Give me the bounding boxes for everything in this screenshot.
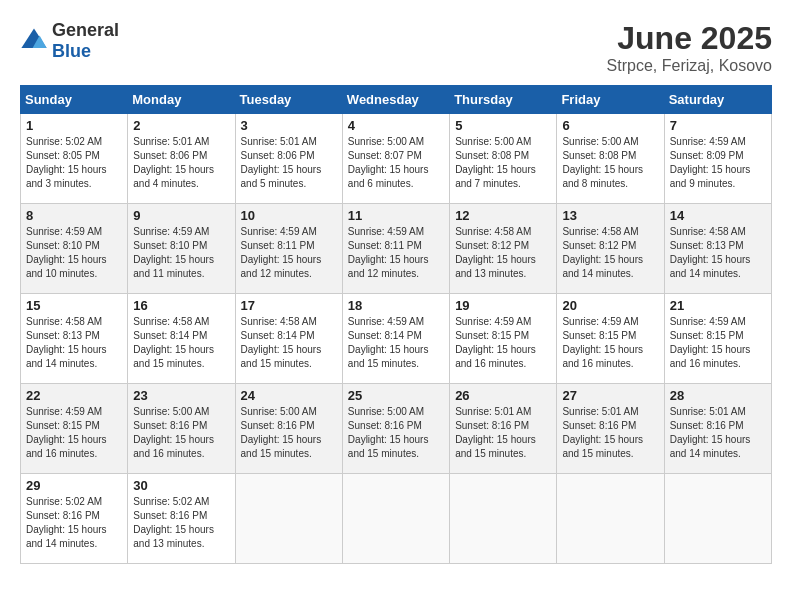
logo-icon [20,27,48,55]
day-info: Sunrise: 4:58 AM Sunset: 8:12 PM Dayligh… [562,226,643,279]
calendar-cell: 27 Sunrise: 5:01 AM Sunset: 8:16 PM Dayl… [557,384,664,474]
page-container: General Blue June 2025 Strpce, Ferizaj, … [20,20,772,564]
calendar-week-row: 22 Sunrise: 4:59 AM Sunset: 8:15 PM Dayl… [21,384,772,474]
calendar-week-row: 1 Sunrise: 5:02 AM Sunset: 8:05 PM Dayli… [21,114,772,204]
calendar-cell: 22 Sunrise: 4:59 AM Sunset: 8:15 PM Dayl… [21,384,128,474]
day-number: 29 [26,478,122,493]
logo-text: General Blue [52,20,119,62]
calendar-cell: 16 Sunrise: 4:58 AM Sunset: 8:14 PM Dayl… [128,294,235,384]
day-number: 16 [133,298,229,313]
calendar-cell: 26 Sunrise: 5:01 AM Sunset: 8:16 PM Dayl… [450,384,557,474]
day-info: Sunrise: 5:01 AM Sunset: 8:16 PM Dayligh… [562,406,643,459]
calendar-week-row: 29 Sunrise: 5:02 AM Sunset: 8:16 PM Dayl… [21,474,772,564]
day-number: 15 [26,298,122,313]
calendar-cell: 23 Sunrise: 5:00 AM Sunset: 8:16 PM Dayl… [128,384,235,474]
day-number: 12 [455,208,551,223]
calendar-cell: 17 Sunrise: 4:58 AM Sunset: 8:14 PM Dayl… [235,294,342,384]
day-number: 27 [562,388,658,403]
day-number: 22 [26,388,122,403]
day-number: 8 [26,208,122,223]
day-number: 1 [26,118,122,133]
day-info: Sunrise: 4:59 AM Sunset: 8:11 PM Dayligh… [348,226,429,279]
calendar-cell [342,474,449,564]
calendar-cell: 1 Sunrise: 5:02 AM Sunset: 8:05 PM Dayli… [21,114,128,204]
calendar-cell [664,474,771,564]
day-info: Sunrise: 4:58 AM Sunset: 8:14 PM Dayligh… [241,316,322,369]
calendar-cell: 21 Sunrise: 4:59 AM Sunset: 8:15 PM Dayl… [664,294,771,384]
col-wednesday: Wednesday [342,86,449,114]
day-number: 6 [562,118,658,133]
col-thursday: Thursday [450,86,557,114]
day-number: 18 [348,298,444,313]
day-number: 10 [241,208,337,223]
calendar-cell: 25 Sunrise: 5:00 AM Sunset: 8:16 PM Dayl… [342,384,449,474]
header: General Blue June 2025 Strpce, Ferizaj, … [20,20,772,75]
day-number: 26 [455,388,551,403]
calendar-cell: 15 Sunrise: 4:58 AM Sunset: 8:13 PM Dayl… [21,294,128,384]
day-number: 30 [133,478,229,493]
day-info: Sunrise: 5:00 AM Sunset: 8:16 PM Dayligh… [241,406,322,459]
calendar-cell: 11 Sunrise: 4:59 AM Sunset: 8:11 PM Dayl… [342,204,449,294]
day-number: 23 [133,388,229,403]
day-info: Sunrise: 5:02 AM Sunset: 8:16 PM Dayligh… [133,496,214,549]
calendar-cell: 5 Sunrise: 5:00 AM Sunset: 8:08 PM Dayli… [450,114,557,204]
calendar-cell: 4 Sunrise: 5:00 AM Sunset: 8:07 PM Dayli… [342,114,449,204]
month-title: June 2025 [607,20,772,57]
calendar-cell: 24 Sunrise: 5:00 AM Sunset: 8:16 PM Dayl… [235,384,342,474]
day-info: Sunrise: 4:59 AM Sunset: 8:15 PM Dayligh… [562,316,643,369]
day-info: Sunrise: 4:59 AM Sunset: 8:15 PM Dayligh… [26,406,107,459]
col-sunday: Sunday [21,86,128,114]
day-number: 25 [348,388,444,403]
calendar-cell: 28 Sunrise: 5:01 AM Sunset: 8:16 PM Dayl… [664,384,771,474]
col-saturday: Saturday [664,86,771,114]
day-info: Sunrise: 5:00 AM Sunset: 8:08 PM Dayligh… [455,136,536,189]
day-info: Sunrise: 4:59 AM Sunset: 8:11 PM Dayligh… [241,226,322,279]
day-info: Sunrise: 5:00 AM Sunset: 8:08 PM Dayligh… [562,136,643,189]
location-title: Strpce, Ferizaj, Kosovo [607,57,772,75]
calendar-cell: 3 Sunrise: 5:01 AM Sunset: 8:06 PM Dayli… [235,114,342,204]
day-number: 19 [455,298,551,313]
day-info: Sunrise: 5:02 AM Sunset: 8:05 PM Dayligh… [26,136,107,189]
calendar-cell: 6 Sunrise: 5:00 AM Sunset: 8:08 PM Dayli… [557,114,664,204]
calendar-cell: 13 Sunrise: 4:58 AM Sunset: 8:12 PM Dayl… [557,204,664,294]
col-friday: Friday [557,86,664,114]
day-info: Sunrise: 4:59 AM Sunset: 8:10 PM Dayligh… [26,226,107,279]
col-tuesday: Tuesday [235,86,342,114]
day-number: 24 [241,388,337,403]
day-info: Sunrise: 5:01 AM Sunset: 8:06 PM Dayligh… [133,136,214,189]
day-number: 9 [133,208,229,223]
day-info: Sunrise: 4:58 AM Sunset: 8:13 PM Dayligh… [670,226,751,279]
day-number: 5 [455,118,551,133]
calendar-cell: 14 Sunrise: 4:58 AM Sunset: 8:13 PM Dayl… [664,204,771,294]
day-info: Sunrise: 5:00 AM Sunset: 8:16 PM Dayligh… [133,406,214,459]
day-number: 3 [241,118,337,133]
day-info: Sunrise: 5:01 AM Sunset: 8:06 PM Dayligh… [241,136,322,189]
calendar-cell: 2 Sunrise: 5:01 AM Sunset: 8:06 PM Dayli… [128,114,235,204]
day-info: Sunrise: 4:58 AM Sunset: 8:12 PM Dayligh… [455,226,536,279]
logo: General Blue [20,20,119,62]
calendar-cell: 20 Sunrise: 4:59 AM Sunset: 8:15 PM Dayl… [557,294,664,384]
day-info: Sunrise: 5:02 AM Sunset: 8:16 PM Dayligh… [26,496,107,549]
calendar-cell [557,474,664,564]
calendar-week-row: 8 Sunrise: 4:59 AM Sunset: 8:10 PM Dayli… [21,204,772,294]
calendar-cell: 19 Sunrise: 4:59 AM Sunset: 8:15 PM Dayl… [450,294,557,384]
col-monday: Monday [128,86,235,114]
day-info: Sunrise: 4:59 AM Sunset: 8:10 PM Dayligh… [133,226,214,279]
calendar-week-row: 15 Sunrise: 4:58 AM Sunset: 8:13 PM Dayl… [21,294,772,384]
day-number: 14 [670,208,766,223]
day-number: 17 [241,298,337,313]
day-number: 21 [670,298,766,313]
calendar-cell [235,474,342,564]
day-number: 7 [670,118,766,133]
day-info: Sunrise: 5:01 AM Sunset: 8:16 PM Dayligh… [670,406,751,459]
logo-general: General [52,20,119,40]
day-number: 2 [133,118,229,133]
day-number: 13 [562,208,658,223]
day-number: 11 [348,208,444,223]
day-number: 4 [348,118,444,133]
calendar-cell: 8 Sunrise: 4:59 AM Sunset: 8:10 PM Dayli… [21,204,128,294]
day-info: Sunrise: 4:58 AM Sunset: 8:14 PM Dayligh… [133,316,214,369]
calendar-cell: 12 Sunrise: 4:58 AM Sunset: 8:12 PM Dayl… [450,204,557,294]
day-info: Sunrise: 4:59 AM Sunset: 8:14 PM Dayligh… [348,316,429,369]
calendar-cell: 10 Sunrise: 4:59 AM Sunset: 8:11 PM Dayl… [235,204,342,294]
